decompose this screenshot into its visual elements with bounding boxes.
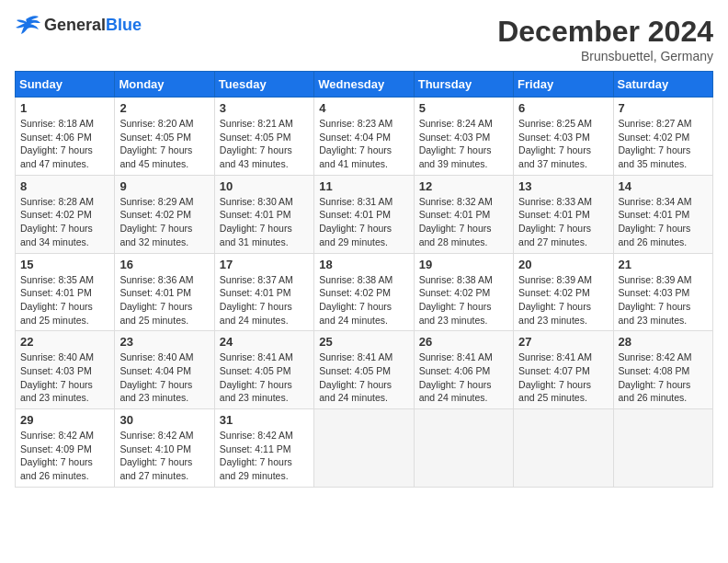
day-info-17: Sunrise: 8:37 AMSunset: 4:01 PMDaylight:…: [220, 273, 309, 327]
calendar-day-14: 14 Sunrise: 8:34 AMSunset: 4:01 PMDaylig…: [613, 175, 712, 253]
day-number-25: 25: [319, 335, 408, 349]
day-info-16: Sunrise: 8:36 AMSunset: 4:01 PMDaylight:…: [119, 273, 209, 327]
calendar-week-4: 22 Sunrise: 8:40 AMSunset: 4:03 PMDaylig…: [16, 331, 713, 409]
day-number-4: 4: [319, 101, 408, 115]
day-info-10: Sunrise: 8:30 AMSunset: 4:01 PMDaylight:…: [220, 195, 309, 249]
empty-cell: [314, 409, 414, 488]
day-number-3: 3: [220, 101, 309, 115]
day-number-27: 27: [518, 335, 608, 349]
empty-cell: [414, 409, 513, 488]
day-number-7: 7: [619, 101, 708, 115]
day-number-21: 21: [619, 258, 708, 271]
calendar-day-12: 12 Sunrise: 8:32 AMSunset: 4:01 PMDaylig…: [414, 175, 513, 253]
calendar-day-19: 19 Sunrise: 8:38 AMSunset: 4:02 PMDaylig…: [414, 253, 513, 331]
calendar-header-row: Sunday Monday Tuesday Wednesday Thursday…: [16, 72, 713, 98]
day-info-3: Sunrise: 8:21 AMSunset: 4:05 PMDaylight:…: [220, 117, 309, 171]
logo-text: GeneralBlue: [44, 16, 142, 35]
day-info-8: Sunrise: 8:28 AMSunset: 4:02 PMDaylight:…: [20, 195, 109, 249]
calendar-day-29: 29 Sunrise: 8:42 AMSunset: 4:09 PMDaylig…: [16, 409, 115, 488]
calendar-day-4: 4 Sunrise: 8:23 AMSunset: 4:04 PMDayligh…: [314, 98, 414, 176]
day-info-9: Sunrise: 8:29 AMSunset: 4:02 PMDaylight:…: [119, 195, 209, 249]
calendar-table: Sunday Monday Tuesday Wednesday Thursday…: [15, 71, 713, 488]
calendar-day-9: 9 Sunrise: 8:29 AMSunset: 4:02 PMDayligh…: [115, 175, 214, 253]
location-subtitle: Brunsbuettel, Germany: [497, 49, 713, 63]
day-info-6: Sunrise: 8:25 AMSunset: 4:03 PMDaylight:…: [518, 117, 608, 171]
day-number-18: 18: [319, 258, 408, 271]
day-number-23: 23: [119, 335, 209, 349]
day-info-21: Sunrise: 8:39 AMSunset: 4:03 PMDaylight:…: [619, 273, 708, 327]
day-number-14: 14: [619, 179, 708, 193]
col-monday: Monday: [115, 72, 214, 98]
day-number-24: 24: [220, 335, 309, 349]
calendar-day-11: 11 Sunrise: 8:31 AMSunset: 4:01 PMDaylig…: [314, 175, 414, 253]
calendar-week-1: 1 Sunrise: 8:18 AMSunset: 4:06 PMDayligh…: [16, 98, 713, 176]
empty-cell: [613, 409, 712, 488]
day-number-8: 8: [20, 179, 109, 193]
day-number-13: 13: [518, 179, 608, 193]
month-year-title: December 2024: [497, 15, 713, 49]
day-info-30: Sunrise: 8:42 AMSunset: 4:10 PMDaylight:…: [119, 429, 209, 483]
calendar-day-13: 13 Sunrise: 8:33 AMSunset: 4:01 PMDaylig…: [514, 175, 613, 253]
day-number-29: 29: [20, 413, 109, 427]
day-info-25: Sunrise: 8:41 AMSunset: 4:05 PMDaylight:…: [319, 350, 408, 405]
day-number-12: 12: [419, 179, 508, 193]
day-info-5: Sunrise: 8:24 AMSunset: 4:03 PMDaylight:…: [419, 117, 508, 171]
logo-general: General: [44, 16, 106, 34]
day-number-2: 2: [119, 101, 209, 115]
calendar-day-8: 8 Sunrise: 8:28 AMSunset: 4:02 PMDayligh…: [16, 175, 115, 253]
calendar-day-23: 23 Sunrise: 8:40 AMSunset: 4:04 PMDaylig…: [115, 331, 214, 409]
day-number-19: 19: [419, 258, 508, 271]
calendar-day-20: 20 Sunrise: 8:39 AMSunset: 4:02 PMDaylig…: [514, 253, 613, 331]
day-info-1: Sunrise: 8:18 AMSunset: 4:06 PMDaylight:…: [20, 117, 109, 171]
calendar-week-5: 29 Sunrise: 8:42 AMSunset: 4:09 PMDaylig…: [16, 409, 713, 488]
logo-bird-icon: [15, 15, 40, 35]
calendar-day-16: 16 Sunrise: 8:36 AMSunset: 4:01 PMDaylig…: [115, 253, 214, 331]
day-number-26: 26: [419, 335, 508, 349]
calendar-day-26: 26 Sunrise: 8:41 AMSunset: 4:06 PMDaylig…: [414, 331, 513, 409]
col-saturday: Saturday: [613, 72, 712, 98]
page-header: GeneralBlue December 2024 Brunsbuettel, …: [15, 15, 713, 63]
day-number-1: 1: [20, 101, 109, 115]
col-friday: Friday: [514, 72, 613, 98]
day-number-28: 28: [619, 335, 708, 349]
calendar-day-25: 25 Sunrise: 8:41 AMSunset: 4:05 PMDaylig…: [314, 331, 414, 409]
day-number-6: 6: [518, 101, 608, 115]
day-info-29: Sunrise: 8:42 AMSunset: 4:09 PMDaylight:…: [20, 429, 109, 483]
day-info-23: Sunrise: 8:40 AMSunset: 4:04 PMDaylight:…: [119, 350, 209, 405]
calendar-day-3: 3 Sunrise: 8:21 AMSunset: 4:05 PMDayligh…: [214, 98, 313, 176]
day-number-17: 17: [220, 258, 309, 271]
day-number-15: 15: [20, 258, 109, 271]
calendar-day-2: 2 Sunrise: 8:20 AMSunset: 4:05 PMDayligh…: [115, 98, 214, 176]
day-info-13: Sunrise: 8:33 AMSunset: 4:01 PMDaylight:…: [518, 195, 608, 249]
day-number-5: 5: [419, 101, 508, 115]
day-number-16: 16: [119, 258, 209, 271]
day-number-31: 31: [220, 413, 309, 427]
day-info-27: Sunrise: 8:41 AMSunset: 4:07 PMDaylight:…: [518, 350, 608, 405]
day-info-12: Sunrise: 8:32 AMSunset: 4:01 PMDaylight:…: [419, 195, 508, 249]
day-info-31: Sunrise: 8:42 AMSunset: 4:11 PMDaylight:…: [220, 429, 309, 483]
day-info-11: Sunrise: 8:31 AMSunset: 4:01 PMDaylight:…: [319, 195, 408, 249]
logo: GeneralBlue: [15, 15, 142, 35]
col-wednesday: Wednesday: [314, 72, 414, 98]
day-info-18: Sunrise: 8:38 AMSunset: 4:02 PMDaylight:…: [319, 273, 408, 327]
day-info-28: Sunrise: 8:42 AMSunset: 4:08 PMDaylight:…: [619, 350, 708, 405]
day-info-20: Sunrise: 8:39 AMSunset: 4:02 PMDaylight:…: [518, 273, 608, 327]
day-number-22: 22: [20, 335, 109, 349]
calendar-day-30: 30 Sunrise: 8:42 AMSunset: 4:10 PMDaylig…: [115, 409, 214, 488]
day-number-11: 11: [319, 179, 408, 193]
calendar-day-27: 27 Sunrise: 8:41 AMSunset: 4:07 PMDaylig…: [514, 331, 613, 409]
calendar-day-28: 28 Sunrise: 8:42 AMSunset: 4:08 PMDaylig…: [613, 331, 712, 409]
empty-cell: [514, 409, 613, 488]
calendar-week-2: 8 Sunrise: 8:28 AMSunset: 4:02 PMDayligh…: [16, 175, 713, 253]
day-number-20: 20: [518, 258, 608, 271]
calendar-week-3: 15 Sunrise: 8:35 AMSunset: 4:01 PMDaylig…: [16, 253, 713, 331]
day-info-2: Sunrise: 8:20 AMSunset: 4:05 PMDaylight:…: [119, 117, 209, 171]
calendar-day-7: 7 Sunrise: 8:27 AMSunset: 4:02 PMDayligh…: [613, 98, 712, 176]
day-number-9: 9: [119, 179, 209, 193]
col-tuesday: Tuesday: [214, 72, 313, 98]
calendar-day-17: 17 Sunrise: 8:37 AMSunset: 4:01 PMDaylig…: [214, 253, 313, 331]
day-number-10: 10: [220, 179, 309, 193]
day-info-14: Sunrise: 8:34 AMSunset: 4:01 PMDaylight:…: [619, 195, 708, 249]
day-info-7: Sunrise: 8:27 AMSunset: 4:02 PMDaylight:…: [619, 117, 708, 171]
calendar-day-5: 5 Sunrise: 8:24 AMSunset: 4:03 PMDayligh…: [414, 98, 513, 176]
